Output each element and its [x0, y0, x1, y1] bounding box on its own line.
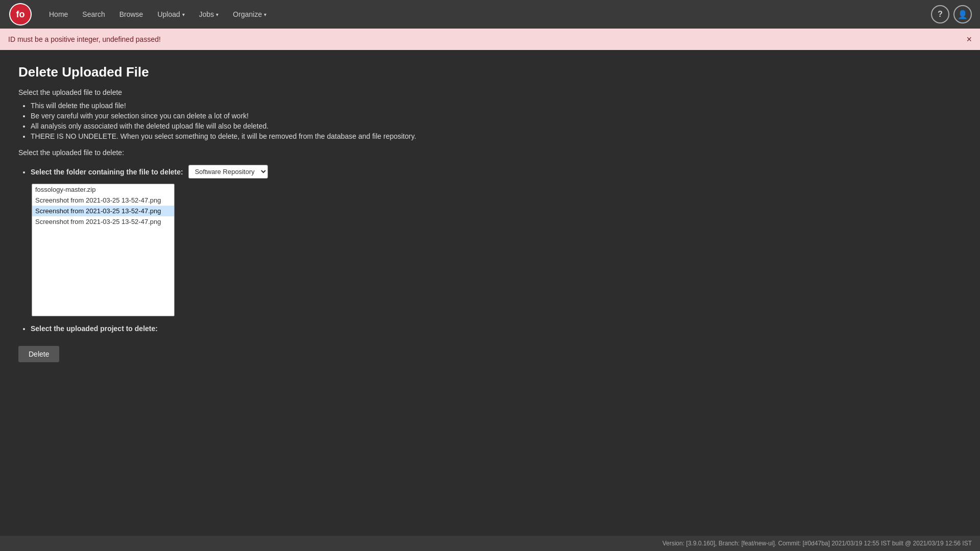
footer: Version: [3.9.0.160], Branch: [feat/new-…	[0, 536, 980, 551]
nav-upload[interactable]: Upload ▾	[151, 6, 190, 22]
nav-jobs[interactable]: Jobs ▾	[193, 6, 225, 22]
folder-label: Select the folder containing the file to…	[31, 168, 183, 176]
listbox-container: fossology-master.zip Screenshot from 202…	[32, 184, 962, 316]
project-label: Select the uploaded project to delete:	[31, 324, 158, 333]
folder-select[interactable]: Software Repository	[188, 165, 268, 179]
file-listbox[interactable]: fossology-master.zip Screenshot from 202…	[32, 184, 175, 316]
alert-message: ID must be a positive integer, undefined…	[8, 35, 161, 43]
user-button[interactable]: 👤	[953, 5, 972, 23]
logo[interactable]: fo	[8, 2, 33, 27]
nav-organize[interactable]: Organize ▾	[227, 6, 273, 22]
navbar-right: ? 👤	[931, 5, 972, 23]
warning-item-4: THERE IS NO UNDELETE. When you select so…	[31, 132, 962, 140]
nav-browse[interactable]: Browse	[113, 6, 150, 22]
form-list: Select the folder containing the file to…	[18, 165, 962, 179]
warning-list: This will delete the upload file! Be ver…	[18, 102, 962, 140]
nav-home[interactable]: Home	[43, 6, 74, 22]
warning-item-2: Be very careful with your selection sinc…	[31, 112, 962, 120]
page-subtitle: Select the uploaded file to delete	[18, 88, 962, 96]
svg-text:fo: fo	[16, 9, 25, 19]
user-icon: 👤	[958, 10, 968, 19]
file-option-1: Screenshot from 2021-03-25 13-52-47.png	[32, 195, 174, 206]
project-selection-item: Select the uploaded project to delete:	[31, 324, 962, 333]
alert-close-button[interactable]: ×	[966, 35, 972, 44]
jobs-caret-icon: ▾	[216, 12, 218, 17]
warning-item-3: All analysis only associated with the de…	[31, 122, 962, 130]
footer-text: Version: [3.9.0.160], Branch: [feat/new-…	[663, 540, 972, 547]
project-form-list: Select the uploaded project to delete:	[18, 324, 962, 333]
delete-button[interactable]: Delete	[18, 346, 59, 362]
main-content: Delete Uploaded File Select the uploaded…	[0, 50, 980, 536]
folder-selection-item: Select the folder containing the file to…	[31, 165, 962, 179]
file-option-0: fossology-master.zip	[32, 184, 174, 195]
folder-row: Select the folder containing the file to…	[31, 165, 962, 179]
upload-caret-icon: ▾	[182, 12, 185, 17]
section-label: Select the uploaded file to delete:	[18, 148, 962, 157]
organize-caret-icon: ▾	[264, 12, 266, 17]
nav-search[interactable]: Search	[76, 6, 111, 22]
alert-banner: ID must be a positive integer, undefined…	[0, 29, 980, 50]
nav-links: Home Search Browse Upload ▾ Jobs ▾ Organ…	[43, 6, 931, 22]
page-title: Delete Uploaded File	[18, 64, 962, 80]
help-button[interactable]: ?	[931, 5, 949, 23]
warning-item-1: This will delete the upload file!	[31, 102, 962, 110]
file-option-2: Screenshot from 2021-03-25 13-52-47.png	[32, 206, 174, 216]
file-option-3: Screenshot from 2021-03-25 13-52-47.png	[32, 216, 174, 227]
navbar: fo Home Search Browse Upload ▾ Jobs ▾ Or…	[0, 0, 980, 29]
